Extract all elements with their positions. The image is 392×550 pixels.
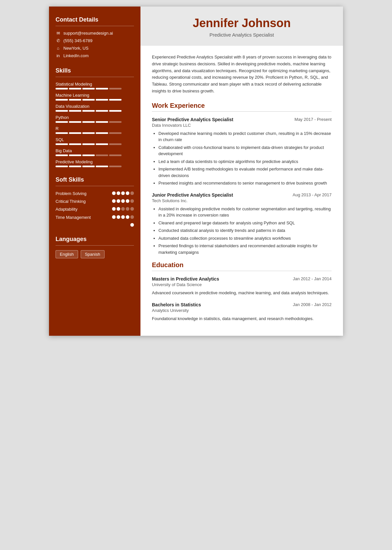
- soft-skills-list: Problem SolvingCritical ThinkingAdaptabi…: [56, 191, 134, 227]
- skill-bar-empty: [109, 88, 122, 89]
- job-bullet: Conducted statistical analysis to identi…: [158, 227, 332, 234]
- job-entry: Senior Predictive Analytics Specialist M…: [152, 117, 332, 186]
- job-date: May 2017 - Present: [295, 117, 332, 122]
- skill-bar-filled: [56, 166, 68, 167]
- candidate-title: Predictive Analytics Specialist: [152, 32, 332, 38]
- soft-skill-item: Problem Solving: [56, 191, 134, 197]
- contact-text: LinkedIn.com: [63, 53, 89, 58]
- skills-list: Statistical ModelingMachine LearningData…: [56, 82, 134, 167]
- edu-divider: [152, 271, 332, 271]
- skill-item: Predictive Modeling: [56, 159, 134, 167]
- dot-filled: [121, 199, 125, 203]
- language-tags: EnglishSpanish: [56, 250, 134, 258]
- soft-skill-name: Time Management: [56, 215, 112, 220]
- dot-filled: [112, 215, 116, 219]
- edu-date: Jan 2012 - Jan 2014: [293, 276, 332, 281]
- contact-item: inLinkedIn.com: [56, 53, 134, 58]
- job-entry: Junior Predictive Analytics Specialist A…: [152, 192, 332, 256]
- dot-filled: [112, 207, 116, 211]
- skill-bar-filled: [96, 121, 108, 123]
- dot-filled: [112, 191, 116, 195]
- main-body: Experienced Predictive Analytics Special…: [140, 46, 343, 336]
- summary-text: Experienced Predictive Analytics Special…: [152, 54, 332, 95]
- languages-section: Languages EnglishSpanish: [56, 236, 134, 258]
- skill-bar-filled: [82, 121, 95, 123]
- edu-entry: Masters in Predictive Analytics Jan 2012…: [152, 276, 332, 296]
- skill-bar-filled: [56, 121, 68, 123]
- skill-bar-empty: [109, 121, 122, 123]
- skill-name: SQL: [56, 137, 134, 142]
- job-bullet: Led a team of data scientists to optimiz…: [158, 158, 332, 165]
- skill-bar-filled: [96, 143, 108, 145]
- languages-title: Languages: [56, 236, 134, 243]
- soft-skill-name: Adaptability: [56, 206, 112, 212]
- contact-section: Contact Details ✉support@resumedesign.ai…: [56, 16, 134, 58]
- skill-bar-filled: [69, 154, 81, 156]
- skill-name: R: [56, 126, 134, 131]
- job-header: Junior Predictive Analytics Specialist A…: [152, 192, 332, 198]
- skill-bar-filled: [96, 166, 108, 167]
- dot-filled: [126, 199, 129, 203]
- dot-filled: [117, 191, 120, 195]
- contact-icon: ✆: [56, 38, 61, 43]
- skill-bar-filled: [69, 121, 81, 123]
- skill-bar-filled: [56, 132, 68, 134]
- skill-name: Statistical Modeling: [56, 82, 134, 87]
- language-tag: English: [56, 250, 78, 258]
- skill-bar-filled: [96, 132, 108, 134]
- job-title: Junior Predictive Analytics Specialist: [152, 192, 233, 198]
- job-bullet: Collaborated with cross-functional teams…: [158, 144, 332, 157]
- dot-empty: [130, 207, 134, 211]
- skill-bar-filled: [96, 110, 108, 112]
- soft-skill-item: Time Management: [56, 215, 134, 220]
- job-bullet: Presented insights and recommendations t…: [158, 180, 332, 186]
- soft-skill-extra: [56, 222, 134, 227]
- edu-desc: Advanced coursework in predictive modeli…: [152, 290, 332, 296]
- dot-filled: [121, 215, 125, 219]
- job-bullet: Implemented A/B testing methodologies to…: [158, 166, 332, 179]
- job-bullet: Presented findings to internal stakehold…: [158, 243, 332, 255]
- skill-bar-filled: [82, 110, 95, 112]
- soft-skills-divider: [56, 186, 134, 186]
- skill-bar-filled: [82, 166, 95, 167]
- dot-filled: [121, 191, 125, 195]
- dot-empty: [121, 207, 125, 211]
- soft-skill-dots: [112, 191, 134, 195]
- skill-bar-filled: [69, 110, 81, 112]
- skill-item: R: [56, 126, 134, 134]
- contact-icon: in: [56, 53, 61, 58]
- skill-bar-empty: [109, 132, 122, 134]
- contact-title: Contact Details: [56, 16, 134, 23]
- contact-item: ⌂NewYork, US: [56, 46, 134, 51]
- work-experience-title: Work Experience: [152, 102, 332, 109]
- languages-divider: [56, 245, 134, 246]
- edu-header: Masters in Predictive Analytics Jan 2012…: [152, 276, 332, 282]
- job-bullet: Cleaned and prepared large datasets for …: [158, 220, 332, 226]
- contact-icon: ✉: [56, 31, 61, 36]
- skill-name: Data Visualization: [56, 104, 134, 109]
- edu-school: University of Data Science: [152, 282, 332, 287]
- soft-skill-dots: [112, 199, 134, 203]
- edu-degree: Bachelors in Statistics: [152, 302, 201, 307]
- skill-bar-container: [56, 154, 134, 156]
- skill-item: Data Visualization: [56, 104, 134, 112]
- skill-bar-container: [56, 99, 134, 101]
- contact-item: ✉support@resumedesign.ai: [56, 31, 134, 36]
- job-header: Senior Predictive Analytics Specialist M…: [152, 117, 332, 122]
- edu-degree: Masters in Predictive Analytics: [152, 276, 219, 282]
- skill-name: Big Data: [56, 148, 134, 153]
- main-content: Jennifer Johnson Predictive Analytics Sp…: [140, 7, 343, 336]
- soft-skill-name: Problem Solving: [56, 191, 112, 197]
- dot-filled: [112, 199, 116, 203]
- job-bullets: Developed machine learning models to pre…: [152, 130, 332, 186]
- soft-skills-section: Soft Skills Problem SolvingCritical Thin…: [56, 176, 134, 227]
- work-divider: [152, 111, 332, 112]
- skill-item: Big Data: [56, 148, 134, 156]
- skill-bar-filled: [69, 99, 81, 101]
- skill-bar-filled: [96, 99, 108, 101]
- dot-empty: [130, 215, 134, 219]
- job-company: Data Innovators LLC: [152, 123, 332, 128]
- skill-bar-filled: [82, 99, 95, 101]
- dot-empty: [130, 191, 134, 195]
- skill-bar-container: [56, 110, 134, 112]
